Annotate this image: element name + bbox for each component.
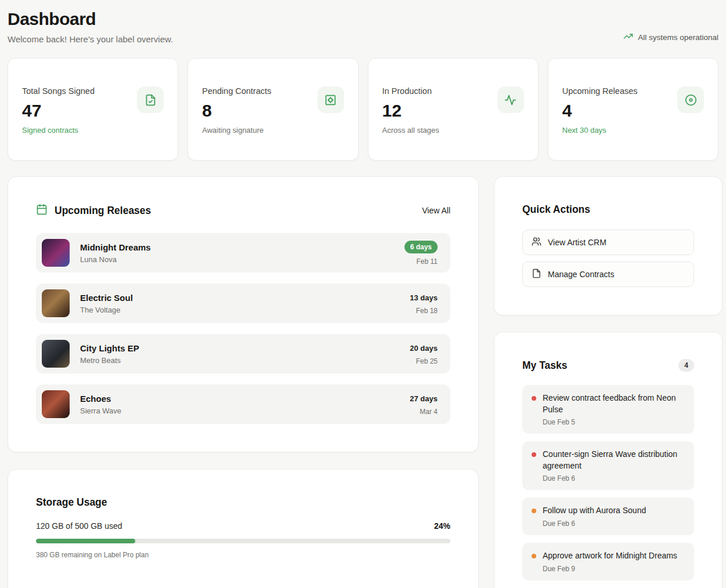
storage-remaining-text: 380 GB remaining on Label Pro plan	[36, 551, 450, 559]
album-art	[42, 390, 70, 418]
task-due: Due Feb 6	[543, 474, 685, 482]
task-list: Review contract feedback from Neon Pulse…	[522, 385, 694, 580]
storage-progress-track	[36, 539, 450, 543]
task-due: Due Feb 6	[543, 520, 646, 528]
release-artist: Sierra Wave	[80, 406, 121, 415]
releases-card-header: Upcoming Releases View All	[36, 204, 450, 217]
my-tasks-card: My Tasks 4 Review contract feedback from…	[494, 332, 723, 588]
priority-dot	[532, 396, 536, 401]
file-check-icon	[137, 86, 164, 113]
stats-row: Total Songs Signed 47 Signed contracts P…	[8, 58, 718, 161]
page-header: Dashboard Welcome back! Here's your labe…	[8, 9, 718, 44]
task-due: Due Feb 9	[543, 565, 677, 573]
tasks-count-badge: 4	[678, 359, 694, 372]
dashboard-page: Dashboard Welcome back! Here's your labe…	[0, 0, 726, 588]
right-column: Quick Actions View Artist CRM Manage Con…	[494, 176, 723, 588]
releases-card-title: Upcoming Releases	[55, 205, 151, 217]
quick-actions-card: Quick Actions View Artist CRM Manage Con…	[494, 176, 723, 315]
release-date: Feb 11	[404, 257, 438, 266]
users-icon	[532, 237, 541, 248]
release-info: Echoes Sierra Wave	[80, 394, 121, 415]
task-text: Approve artwork for Midnight Dreams	[543, 550, 677, 562]
release-row-echoes[interactable]: Echoes Sierra Wave 27 days Mar 4	[36, 384, 450, 424]
left-column: Upcoming Releases View All Midnight Drea…	[8, 176, 479, 588]
releases-card-title-group: Upcoming Releases	[36, 204, 151, 217]
release-artist: Luna Nova	[80, 255, 151, 264]
release-meta: 6 days Feb 11	[404, 241, 445, 266]
priority-dot	[532, 509, 536, 513]
release-row-midnight-dreams[interactable]: Midnight Dreams Luna Nova 6 days Feb 11	[36, 233, 450, 273]
release-countdown: 27 days	[410, 394, 438, 403]
view-artist-crm-label: View Artist CRM	[548, 238, 606, 247]
trending-up-icon	[623, 31, 633, 43]
storage-progress-fill	[36, 539, 135, 543]
release-title: Electric Soul	[80, 293, 133, 303]
stat-card-in-production: In Production 12 Across all stages	[368, 58, 539, 161]
page-header-text: Dashboard Welcome back! Here's your labe…	[8, 9, 173, 44]
release-title: City Lights EP	[80, 343, 139, 353]
release-list: Midnight Dreams Luna Nova 6 days Feb 11 …	[36, 233, 450, 424]
priority-dot	[532, 554, 536, 558]
release-row-city-lights-ep[interactable]: City Lights EP Metro Beats 20 days Feb 2…	[36, 334, 450, 373]
task-row-sierra-wave[interactable]: Counter-sign Sierra Wave distribution ag…	[522, 441, 694, 490]
release-row-electric-soul[interactable]: Electric Soul The Voltage 13 days Feb 18	[36, 284, 450, 323]
release-countdown-badge: 6 days	[404, 241, 438, 253]
release-info: Midnight Dreams Luna Nova	[80, 242, 151, 264]
release-date: Mar 4	[410, 408, 438, 416]
task-text: Review contract feedback from Neon Pulse	[543, 393, 685, 415]
task-body: Review contract feedback from Neon Pulse…	[543, 393, 685, 426]
release-info: Electric Soul The Voltage	[80, 293, 133, 314]
task-body: Follow up with Aurora Sound Due Feb 6	[543, 505, 646, 528]
stat-card-upcoming-releases: Upcoming Releases 4 Next 30 days	[548, 58, 718, 161]
page-subtitle: Welcome back! Here's your label overview…	[8, 34, 173, 44]
task-text: Follow up with Aurora Sound	[543, 505, 646, 517]
storage-percent: 24%	[434, 521, 450, 531]
album-art	[42, 289, 70, 317]
stat-caption: Awaiting signature	[202, 126, 344, 135]
manage-contracts-button[interactable]: Manage Contracts	[522, 262, 694, 287]
stat-caption: Across all stages	[382, 126, 524, 135]
quick-actions-list: View Artist CRM Manage Contracts	[522, 230, 694, 287]
task-row-midnight-dreams-artwork[interactable]: Approve artwork for Midnight Dreams Due …	[522, 543, 694, 580]
release-artist: The Voltage	[80, 306, 133, 314]
system-status: All systems operational	[623, 31, 718, 44]
stat-card-pending-contracts: Pending Contracts 8 Awaiting signature	[187, 58, 358, 161]
activity-icon	[497, 86, 524, 113]
stat-caption: Next 30 days	[562, 126, 704, 135]
stat-caption: Signed contracts	[22, 126, 164, 135]
album-art	[42, 239, 70, 267]
stat-card-total-songs: Total Songs Signed 47 Signed contracts	[8, 58, 178, 161]
view-artist-crm-button[interactable]: View Artist CRM	[522, 230, 694, 255]
release-title: Echoes	[80, 394, 121, 404]
view-all-button[interactable]: View All	[422, 206, 450, 215]
upcoming-releases-card: Upcoming Releases View All Midnight Drea…	[8, 176, 479, 452]
task-row-neon-pulse[interactable]: Review contract feedback from Neon Pulse…	[522, 385, 694, 434]
tasks-header: My Tasks 4	[522, 359, 694, 372]
task-row-aurora-sound[interactable]: Follow up with Aurora Sound Due Feb 6	[522, 498, 694, 535]
release-countdown: 13 days	[410, 293, 438, 302]
release-meta: 20 days Feb 25	[410, 343, 445, 365]
task-body: Counter-sign Sierra Wave distribution ag…	[543, 449, 685, 482]
storage-usage-row: 120 GB of 500 GB used 24%	[36, 521, 450, 531]
task-body: Approve artwork for Midnight Dreams Due …	[543, 550, 677, 573]
release-meta: 27 days Mar 4	[410, 393, 445, 416]
page-title: Dashboard	[8, 9, 173, 29]
release-info: City Lights EP Metro Beats	[80, 343, 139, 365]
disc-icon	[677, 86, 704, 113]
release-meta: 13 days Feb 18	[410, 292, 445, 315]
manage-contracts-label: Manage Contracts	[548, 270, 614, 279]
release-countdown: 20 days	[410, 344, 438, 353]
release-artist: Metro Beats	[80, 356, 139, 365]
quick-actions-title: Quick Actions	[522, 204, 694, 216]
release-date: Feb 25	[410, 357, 438, 365]
main-grid: Upcoming Releases View All Midnight Drea…	[8, 176, 718, 588]
release-date: Feb 18	[410, 307, 438, 315]
tasks-title: My Tasks	[522, 360, 568, 372]
system-status-label: All systems operational	[638, 33, 718, 42]
priority-dot	[532, 452, 536, 457]
album-art	[42, 340, 70, 368]
release-title: Midnight Dreams	[80, 242, 151, 252]
storage-title: Storage Usage	[36, 496, 450, 509]
task-due: Due Feb 5	[543, 418, 685, 426]
storage-used-text: 120 GB of 500 GB used	[36, 521, 122, 531]
